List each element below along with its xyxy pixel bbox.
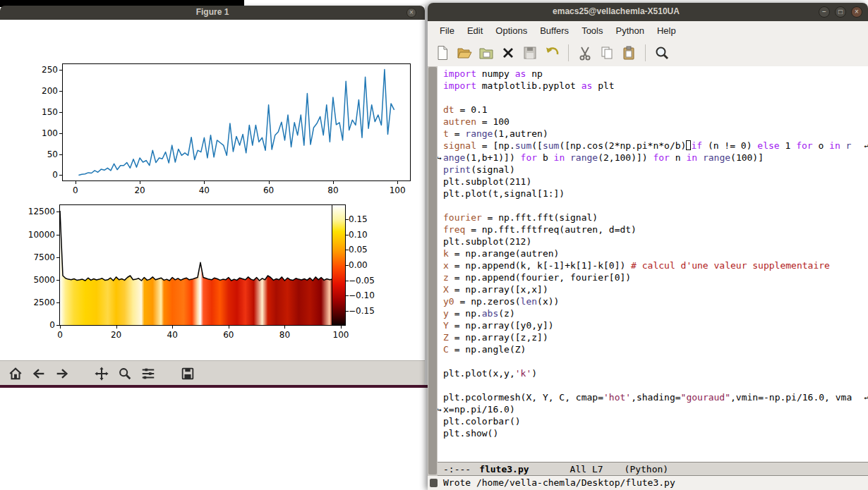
close-button[interactable]: × bbox=[851, 6, 862, 18]
tick bbox=[397, 181, 398, 184]
home-icon[interactable] bbox=[7, 365, 24, 382]
save-icon[interactable] bbox=[521, 44, 539, 62]
new-file-icon[interactable] bbox=[433, 44, 452, 62]
tick-label: 2500 bbox=[33, 298, 55, 307]
tick-label: 40 bbox=[199, 185, 210, 195]
cut-icon[interactable] bbox=[576, 44, 594, 62]
menu-buffers[interactable]: Buffers bbox=[534, 23, 575, 38]
tick bbox=[59, 70, 62, 71]
code-line: ange(1,b+1)]) for b in range(2,100)]) fo… bbox=[443, 152, 862, 164]
buffer-view[interactable]: import numpy as npimport matplotlib.pypl… bbox=[428, 66, 868, 462]
paste-icon[interactable] bbox=[620, 44, 638, 62]
emacs-toolbar bbox=[428, 39, 868, 67]
menu-options[interactable]: Options bbox=[489, 23, 534, 38]
zoom-icon[interactable] bbox=[116, 365, 133, 382]
toolbar-separator bbox=[568, 44, 569, 61]
tick-label: 40 bbox=[167, 330, 178, 340]
desktop-accent-line bbox=[0, 385, 428, 388]
code-line: k = np.arange(autren) bbox=[443, 247, 862, 259]
kill-buffer-icon[interactable] bbox=[499, 44, 517, 62]
code-line: z = np.append(fourier, fourier[0]) bbox=[443, 271, 862, 283]
code-line bbox=[443, 355, 862, 367]
menu-python[interactable]: Python bbox=[609, 23, 650, 38]
code-area[interactable]: import numpy as npimport matplotlib.pypl… bbox=[443, 68, 862, 462]
code-line: y = np.abs(z) bbox=[443, 307, 862, 319]
tick-label: 12500 bbox=[28, 207, 55, 216]
tick-label: 0 bbox=[73, 185, 78, 195]
tick bbox=[56, 302, 59, 303]
tick-label: 100 bbox=[42, 128, 58, 138]
tick bbox=[284, 326, 285, 329]
pan-icon[interactable] bbox=[93, 365, 110, 382]
signal-chart: 020406080100050100150200250 bbox=[62, 63, 411, 181]
emacs-titlebar[interactable]: emacs25@vellachemla-X510UA − □ × bbox=[428, 3, 868, 21]
tick-label: 0.05 bbox=[349, 245, 368, 255]
save-icon[interactable] bbox=[179, 365, 196, 382]
line-wrap-icon: ↩ bbox=[864, 140, 868, 152]
subplots-icon[interactable] bbox=[140, 365, 157, 382]
tick-label: 0 bbox=[57, 330, 63, 340]
menu-file[interactable]: File bbox=[433, 23, 461, 38]
figure-close-button[interactable]: × bbox=[406, 8, 416, 18]
tick-label: 5000 bbox=[33, 275, 55, 285]
maximize-button[interactable]: □ bbox=[835, 6, 846, 18]
tick-label: 100 bbox=[390, 185, 406, 195]
code-line: plt.show() bbox=[443, 427, 862, 439]
forward-icon[interactable] bbox=[54, 365, 71, 382]
tick-label: 0.10 bbox=[349, 230, 368, 240]
back-icon[interactable] bbox=[30, 365, 47, 382]
tick bbox=[269, 181, 270, 184]
code-line: plt.colorbar() bbox=[443, 415, 862, 427]
menu-help[interactable]: Help bbox=[651, 23, 682, 38]
tick bbox=[56, 257, 59, 258]
copy-icon[interactable] bbox=[598, 44, 616, 62]
echo-area[interactable]: Wrote /home/vella-chemla/Desktop/flute3.… bbox=[428, 476, 868, 490]
code-line: Z = np.array([z,z]) bbox=[443, 331, 862, 343]
colorbar: 0.150.100.050.00−0.05−0.10−0.15 bbox=[332, 204, 346, 326]
code-line: x = np.append(k, k[-1]+k[1]-k[0]) # calc… bbox=[443, 259, 862, 271]
mode-line: -:--- flute3.py All L7 (Python) bbox=[438, 462, 868, 476]
scrollbar-thumb[interactable] bbox=[428, 67, 437, 474]
menu-bar: FileEditOptionsBuffersToolsPythonHelp bbox=[428, 21, 868, 39]
search-icon[interactable] bbox=[653, 44, 671, 62]
tick-label: 20 bbox=[111, 330, 121, 340]
code-line: import numpy as np bbox=[443, 68, 862, 80]
undo-icon[interactable] bbox=[543, 44, 561, 62]
desktop: Figure 1 × 020406080100050100150200250 0… bbox=[0, 0, 868, 490]
line-wrap-icon: ↩ bbox=[864, 392, 868, 404]
figure-titlebar[interactable]: Figure 1 × bbox=[0, 6, 425, 20]
tick-label: 10000 bbox=[28, 230, 55, 240]
scrollbar[interactable] bbox=[428, 66, 438, 476]
tick-label: 250 bbox=[42, 65, 58, 75]
code-line: plt.plot(t,signal[1:]) bbox=[443, 188, 862, 200]
tick bbox=[341, 326, 342, 329]
code-line: C = np.angle(Z) bbox=[443, 343, 862, 355]
code-line: t = range(1,autren) bbox=[443, 128, 862, 140]
tick-label: 0.00 bbox=[349, 260, 368, 270]
tick bbox=[56, 235, 59, 235]
code-line: plt.pcolormesh(X, Y, C, cmap='hot',shadi… bbox=[443, 391, 862, 403]
resize-grip[interactable] bbox=[430, 479, 438, 487]
tick bbox=[59, 112, 62, 113]
modeline-flags: -:--- bbox=[443, 464, 471, 474]
tick-label: 20 bbox=[134, 185, 145, 195]
code-line: X = np.array([x,x]) bbox=[443, 283, 862, 295]
dired-icon[interactable] bbox=[477, 44, 495, 62]
menu-edit[interactable]: Edit bbox=[461, 23, 489, 38]
echo-message: Wrote /home/vella-chemla/Desktop/flute3.… bbox=[443, 477, 675, 488]
modeline-position: All L7 bbox=[570, 464, 603, 474]
code-line: print(signal) bbox=[443, 164, 862, 176]
tick-label: 0.15 bbox=[349, 214, 368, 224]
code-line: import matplotlib.pyplot as plt bbox=[443, 80, 862, 92]
minimize-button[interactable]: − bbox=[819, 6, 830, 18]
tick bbox=[333, 181, 334, 184]
modeline-buffer-name: flute3.py bbox=[479, 464, 529, 474]
tick-label: 50 bbox=[47, 149, 58, 159]
menu-tools[interactable]: Tools bbox=[575, 23, 609, 38]
tick bbox=[59, 91, 62, 92]
open-file-icon[interactable] bbox=[455, 44, 474, 62]
modeline-major-mode: (Python) bbox=[625, 464, 669, 474]
tick-label: 80 bbox=[327, 185, 338, 195]
tick-label: 80 bbox=[279, 330, 290, 340]
code-line: dt = 0.1 bbox=[443, 104, 862, 116]
